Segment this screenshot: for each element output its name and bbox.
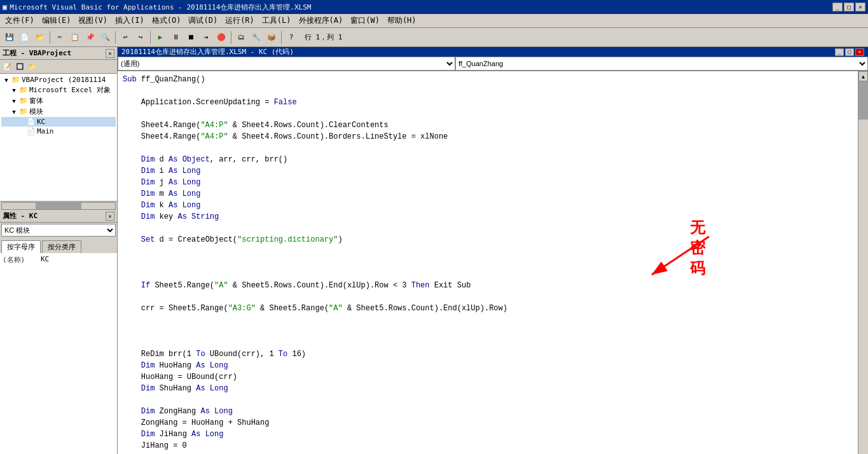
module-icon: 📄 [27, 127, 37, 135]
tree-label: KC [37, 118, 45, 126]
menu-window[interactable]: 窗口(W) [347, 14, 383, 27]
paste-button[interactable]: 📌 [83, 31, 97, 45]
procedure-dropdown[interactable]: ff_QuanZhang [455, 57, 868, 71]
tab-alphabetical[interactable]: 按字母序 [1, 240, 41, 253]
project-pane-title: 工程 - VBAProject ✕ [0, 47, 117, 60]
expand-icon: ▼ [9, 109, 19, 115]
view-object-button[interactable]: 🔲 [14, 61, 25, 72]
menu-debug[interactable]: 调试(D) [184, 14, 221, 27]
project-pane-toolbar: 📝 🔲 📁 [0, 60, 117, 74]
menu-edit[interactable]: 编辑(E) [38, 14, 75, 27]
folder-icon: 📁 [11, 76, 22, 84]
redo-button[interactable]: ↪ [134, 31, 148, 45]
project-pane-close[interactable]: ✕ [106, 49, 114, 58]
tree-label: 窗体 [29, 96, 43, 106]
project-explorer-button[interactable]: 🗂 [234, 31, 248, 45]
undo-button[interactable]: ↩ [118, 31, 132, 45]
tree-kc[interactable]: 📄 KC [1, 117, 116, 127]
properties-pane-close[interactable]: ✕ [106, 212, 114, 221]
tree-label: VBAProject (20181114 [22, 76, 106, 84]
toolbar: 💾 📄 📂 ✂ 📋 📌 🔍 ↩ ↪ ▶ ⏸ ⏹ ⇥ 🔴 🗂 🔧 📦 ? 行 1，… [0, 28, 868, 47]
code-area: 20181114仓库进销存出入库管理.XLSM - KC (代码) _ □ ✕ … [118, 47, 868, 454]
scrollbar-thumb[interactable] [36, 203, 81, 209]
menu-insert[interactable]: 插入(I) [111, 14, 148, 27]
properties-pane-title: 属性 - KC ✕ [0, 210, 117, 223]
code-editor[interactable]: Sub ff_QuanZhang() Application.ScreenUpd… [118, 71, 858, 454]
find-button[interactable]: 🔍 [99, 31, 113, 45]
properties-module-select[interactable]: KC 模块 [1, 224, 116, 237]
left-panel: 工程 - VBAProject ✕ 📝 🔲 📁 ▼ 📁 VBAProject (… [0, 47, 118, 454]
main-window-controls: _ □ ✕ [832, 3, 865, 11]
folder-icon: 📁 [19, 86, 29, 94]
copy-button[interactable]: 📋 [68, 31, 82, 45]
expand-icon: ▼ [9, 98, 19, 104]
stop-button[interactable]: ⏹ [184, 31, 198, 45]
properties-pane: 属性 - KC ✕ KC 模块 按字母序 按分类序 (名称) KC [0, 210, 117, 454]
menu-tools[interactable]: 工具(L) [258, 14, 295, 27]
context-dropdown[interactable]: (通用) [118, 57, 455, 71]
cursor-status: 行 1，列 1 [305, 32, 343, 42]
scroll-track[interactable] [858, 81, 868, 454]
open-button[interactable]: 📂 [33, 31, 47, 45]
tree-forms[interactable]: ▼ 📁 窗体 [1, 95, 116, 106]
tree-label: Main [37, 127, 54, 135]
project-pane: 工程 - VBAProject ✕ 📝 🔲 📁 ▼ 📁 VBAProject (… [0, 47, 117, 210]
separator-5 [281, 31, 282, 44]
code-window-title: 20181114仓库进销存出入库管理.XLSM - KC (代码) _ □ ✕ [118, 47, 868, 57]
menu-file[interactable]: 文件(F) [1, 14, 38, 27]
help-button[interactable]: ? [284, 31, 298, 45]
code-text[interactable]: Sub ff_QuanZhang() Application.ScreenUpd… [118, 71, 858, 454]
breakpoint-button[interactable]: 🔴 [214, 31, 228, 45]
tree-modules[interactable]: ▼ 📁 模块 [1, 106, 116, 117]
step-button[interactable]: ⇥ [199, 31, 213, 45]
tree-excel-objects[interactable]: ▼ 📁 Microsoft Excel 对象 [1, 85, 116, 95]
close-button[interactable]: ✕ [855, 3, 865, 11]
properties-button[interactable]: 🔧 [249, 31, 263, 45]
separator-4 [231, 31, 231, 44]
title-bar: ▣ Microsoft Visual Basic for Application… [0, 0, 868, 14]
menu-format[interactable]: 格式(O) [148, 14, 185, 27]
tree-label: Microsoft Excel 对象 [29, 85, 111, 95]
scroll-up-button[interactable]: ▲ [858, 71, 868, 81]
menu-bar: 文件(F) 编辑(E) 视图(V) 插入(I) 格式(O) 调试(D) 运行(R… [0, 14, 868, 28]
app-icon: ▣ [3, 3, 7, 11]
menu-help[interactable]: 帮助(H) [383, 14, 420, 27]
save-button[interactable]: 💾 [3, 31, 17, 45]
project-tree: ▼ 📁 VBAProject (20181114 ▼ 📁 Microsoft E… [0, 74, 117, 201]
horizontal-scrollbar[interactable] [0, 201, 117, 210]
code-window-title-text: 20181114仓库进销存出入库管理.XLSM - KC (代码) [121, 47, 294, 57]
objectbrowser-button[interactable]: 📦 [265, 31, 279, 45]
code-maximize-button[interactable]: □ [845, 48, 854, 56]
cut-button[interactable]: ✂ [53, 31, 67, 45]
property-key: (名称) [3, 255, 41, 265]
view-code-button[interactable]: 📝 [1, 61, 13, 72]
run-button[interactable]: ▶ [153, 31, 167, 45]
menu-view[interactable]: 视图(V) [74, 14, 111, 27]
main-container: 工程 - VBAProject ✕ 📝 🔲 📁 ▼ 📁 VBAProject (… [0, 47, 868, 454]
maximize-button[interactable]: □ [844, 3, 854, 11]
toggle-folders-button[interactable]: 📁 [27, 61, 38, 72]
vertical-scrollbar[interactable]: ▲ ▼ [858, 71, 868, 454]
code-dropdowns: (通用) ff_QuanZhang [118, 57, 868, 71]
tree-label: 模块 [29, 107, 43, 116]
tab-categorical[interactable]: 按分类序 [42, 240, 81, 253]
code-minimize-button[interactable]: _ [835, 48, 844, 56]
minimize-button[interactable]: _ [832, 3, 843, 11]
properties-pane-title-text: 属性 - KC [3, 211, 38, 221]
expand-icon: ▼ [1, 77, 11, 83]
new-button[interactable]: 📄 [18, 31, 32, 45]
project-pane-title-text: 工程 - VBAProject [3, 48, 71, 58]
menu-addins[interactable]: 外接程序(A) [295, 14, 347, 27]
scroll-thumb[interactable] [858, 81, 868, 120]
scrollbar-track[interactable] [1, 202, 116, 210]
expand-icon: ▼ [9, 87, 19, 93]
tree-vbaproject[interactable]: ▼ 📁 VBAProject (20181114 [1, 75, 116, 85]
code-close-button[interactable]: ✕ [855, 48, 864, 56]
property-name-row: (名称) KC [1, 254, 116, 265]
menu-run[interactable]: 运行(R) [221, 14, 258, 27]
module-icon: 📄 [27, 118, 37, 126]
pause-button[interactable]: ⏸ [169, 31, 183, 45]
tree-main[interactable]: 📄 Main [1, 127, 116, 136]
folder-icon: 📁 [19, 97, 29, 105]
separator-3 [150, 31, 151, 44]
